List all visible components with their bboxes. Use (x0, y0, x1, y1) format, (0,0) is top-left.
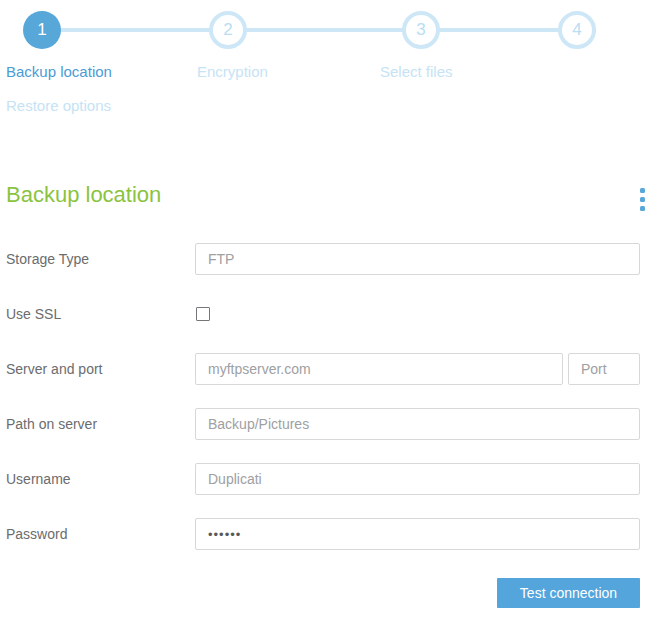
username-row: Username (6, 463, 640, 495)
server-port-label: Server and port (6, 361, 195, 377)
stepper-connector-line (42, 28, 577, 32)
step-circle-2[interactable]: 2 (209, 11, 247, 49)
step-number: 2 (223, 20, 232, 40)
step-circle-3[interactable]: 3 (402, 11, 440, 49)
use-ssl-checkbox[interactable] (196, 307, 210, 321)
footer-actions: Test connection (6, 578, 640, 608)
server-input[interactable] (195, 353, 563, 385)
username-input[interactable] (195, 463, 640, 495)
step-number: 3 (416, 20, 425, 40)
step-number: 1 (37, 20, 46, 40)
step-label-backup-location[interactable]: Backup location (6, 63, 112, 80)
path-label: Path on server (6, 416, 195, 432)
kebab-dot (640, 197, 645, 202)
kebab-dot (640, 206, 645, 211)
step-label-encryption[interactable]: Encryption (197, 63, 268, 80)
page-title: Backup location (6, 182, 640, 208)
step-label-restore-options[interactable]: Restore options (6, 97, 111, 114)
storage-type-input[interactable] (195, 243, 640, 275)
section-header: Backup location (6, 182, 640, 220)
path-row: Path on server (6, 408, 640, 440)
username-label: Username (6, 471, 195, 487)
backup-location-form: Storage Type Use SSL Server and port Pat… (6, 243, 640, 550)
storage-type-label: Storage Type (6, 251, 195, 267)
step-label-select-files[interactable]: Select files (380, 63, 453, 80)
password-label: Password (6, 526, 195, 542)
storage-type-row: Storage Type (6, 243, 640, 275)
step-circle-1[interactable]: 1 (23, 11, 61, 49)
port-input[interactable] (568, 353, 640, 385)
path-input[interactable] (195, 408, 640, 440)
test-connection-button[interactable]: Test connection (497, 578, 640, 608)
wizard-stepper: 1 2 3 4 Backup location Encryption Selec… (0, 0, 657, 130)
use-ssl-row: Use SSL (6, 298, 640, 330)
step-number: 4 (572, 20, 581, 40)
kebab-dot (640, 188, 645, 193)
step-circle-4[interactable]: 4 (558, 11, 596, 49)
server-port-row: Server and port (6, 353, 640, 385)
use-ssl-label: Use SSL (6, 306, 195, 322)
password-input[interactable] (195, 518, 640, 550)
password-row: Password (6, 518, 640, 550)
kebab-menu-icon[interactable] (638, 186, 647, 213)
